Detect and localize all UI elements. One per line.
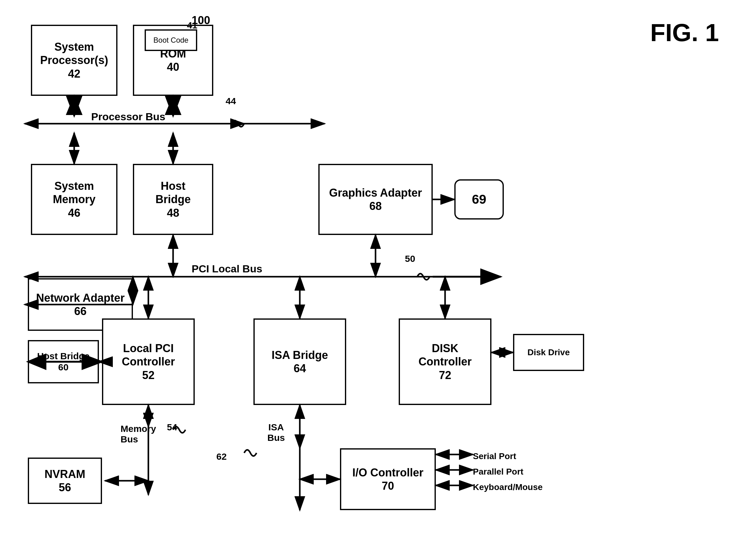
host-bridge-60-box: Host Bridge 60 — [28, 340, 99, 383]
figure-title: FIG. 1 — [650, 18, 719, 47]
keyboard-mouse-label: Keyboard/Mouse — [473, 482, 543, 492]
parallel-port-label: Parallel Port — [473, 467, 523, 477]
graphics-adapter-box: Graphics Adapter 68 — [318, 164, 433, 235]
host-bridge-48-box: Host Bridge 48 — [133, 164, 213, 235]
ref-44: 44 — [226, 96, 236, 106]
isa-bus-label: ISA Bus — [267, 422, 285, 443]
memory-bus-label: Memory Bus — [121, 424, 156, 445]
disk-drive-box: Disk Drive — [513, 334, 584, 371]
ref-50: 50 — [405, 254, 415, 264]
serial-port-label: Serial Port — [473, 451, 516, 461]
boot-code-box: Boot Code — [145, 29, 197, 51]
graphics-output-box: 69 — [454, 179, 504, 219]
ref-62: 62 — [216, 451, 227, 462]
system-memory-box: System Memory 46 — [31, 164, 118, 235]
system-processor-box: System Processor(s) 42 — [31, 25, 118, 96]
processor-bus-label: Processor Bus — [91, 111, 165, 123]
ref-54: 54 — [167, 422, 177, 433]
pci-bus-label: PCI Local Bus — [192, 263, 262, 275]
local-pci-controller-box: Local PCI Controller 52 — [102, 319, 195, 405]
disk-controller-box: DISK Controller 72 — [399, 319, 491, 405]
nvram-box: NVRAM 56 — [28, 458, 102, 504]
ref-41: 41 — [187, 20, 197, 31]
isa-bridge-box: ISA Bridge 64 — [254, 319, 346, 405]
io-controller-box: I/O Controller 70 — [340, 448, 436, 510]
